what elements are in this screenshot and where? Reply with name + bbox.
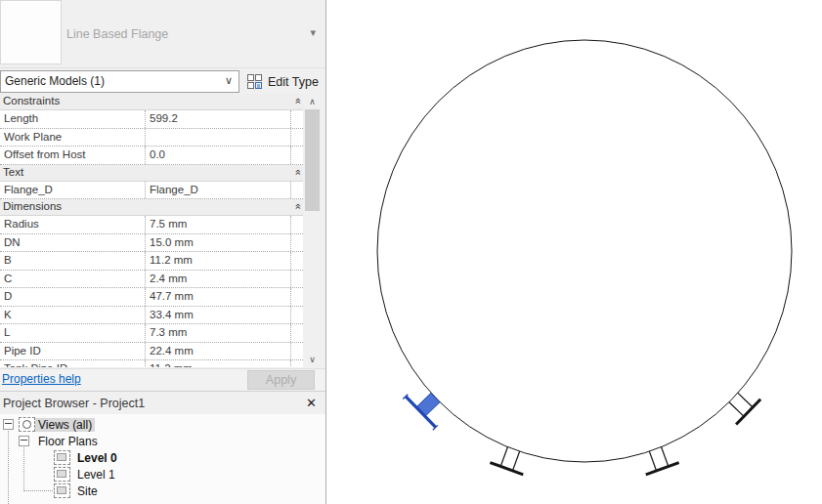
associate-param-cell bbox=[290, 324, 303, 342]
property-value[interactable]: 15.0 mm bbox=[145, 234, 290, 252]
flange-neck-line[interactable] bbox=[500, 447, 507, 467]
edit-type-icon bbox=[246, 73, 263, 90]
flange-plate-line[interactable] bbox=[490, 463, 523, 475]
tree-item-floor-plan[interactable]: Level 0 bbox=[54, 449, 120, 466]
property-row: K33.4 mm bbox=[0, 307, 303, 325]
property-label: Work Plane bbox=[0, 129, 145, 147]
close-icon[interactable]: ✕ bbox=[306, 396, 317, 410]
flange-plate-line[interactable] bbox=[646, 463, 679, 475]
property-label: D bbox=[0, 288, 145, 306]
tree-item-floor-plan[interactable]: Site bbox=[54, 483, 101, 499]
property-value[interactable]: 0.0 bbox=[145, 147, 290, 164]
tree-item-label[interactable]: Floor Plans bbox=[35, 435, 101, 448]
scrollbar-thumb[interactable] bbox=[305, 109, 320, 211]
collapse-expander-icon[interactable] bbox=[3, 419, 14, 430]
property-row: L7.3 mm bbox=[0, 324, 303, 343]
property-row: C2.4 mm bbox=[0, 271, 303, 289]
property-grid: Constraints»Length599.2Work PlaneOffset … bbox=[0, 94, 303, 367]
tree-item-label[interactable]: Level 0 bbox=[74, 451, 120, 465]
tree-item-label[interactable]: Level 1 bbox=[74, 468, 118, 482]
project-browser-header: Project Browser - Project1 ✕ bbox=[0, 393, 325, 413]
scroll-down-icon[interactable]: ∨ bbox=[304, 352, 321, 367]
property-row: Radius7.5 mm bbox=[0, 216, 303, 234]
tree-item-label[interactable]: Views (all) bbox=[35, 418, 95, 432]
category-filter-combobox[interactable]: Generic Models (1) ∨ bbox=[0, 70, 239, 93]
property-value[interactable]: 11.2 mm bbox=[145, 252, 290, 270]
property-value[interactable]: 7.3 mm bbox=[145, 324, 290, 342]
associate-param-cell bbox=[290, 129, 303, 147]
property-label: Radius bbox=[0, 216, 145, 233]
flange-neck-line[interactable] bbox=[729, 402, 744, 417]
collapse-section-icon[interactable]: » bbox=[291, 98, 302, 104]
collapse-section-icon[interactable]: » bbox=[291, 169, 302, 175]
property-row: D47.7 mm bbox=[0, 288, 303, 307]
apply-button[interactable]: Apply bbox=[247, 370, 315, 390]
property-value[interactable]: 2.4 mm bbox=[145, 271, 290, 288]
section-header[interactable]: Text» bbox=[0, 165, 303, 182]
flange-neck-line[interactable] bbox=[649, 451, 656, 471]
tank-outline-circle[interactable] bbox=[377, 40, 792, 462]
associate-param-cell bbox=[290, 343, 303, 360]
associate-param-cell bbox=[290, 360, 303, 367]
project-browser-title: Project Browser - Project1 bbox=[3, 397, 145, 410]
tree-item-views-all[interactable]: Views (all) bbox=[3, 416, 95, 433]
property-value[interactable]: 22.4 mm bbox=[145, 343, 290, 360]
associate-param-cell bbox=[290, 288, 303, 306]
edit-type-label: Edit Type bbox=[268, 75, 319, 89]
section-header[interactable]: Constraints» bbox=[0, 94, 303, 110]
property-row: Work Plane bbox=[0, 129, 303, 147]
properties-footer: Properties help Apply bbox=[0, 368, 325, 391]
property-label: Length bbox=[0, 110, 145, 128]
property-value[interactable]: 47.7 mm bbox=[145, 288, 290, 306]
associate-param-cell bbox=[290, 307, 303, 324]
section-title: Constraints bbox=[3, 95, 60, 106]
flange-symbol-selected[interactable] bbox=[403, 393, 440, 430]
edit-type-button[interactable]: Edit Type bbox=[246, 70, 319, 93]
tree-connector bbox=[23, 490, 53, 491]
property-label: B bbox=[0, 252, 145, 270]
property-row: Pipe ID22.4 mm bbox=[0, 343, 303, 361]
collapse-expander-icon[interactable] bbox=[19, 436, 29, 446]
property-value[interactable]: 7.5 mm bbox=[145, 216, 290, 233]
property-row: Offset from Host0.0 bbox=[0, 147, 303, 165]
properties-palette: Line Based Flange ▾ Generic Models (1) ∨… bbox=[0, 0, 326, 504]
drawing-canvas-svg[interactable] bbox=[326, 0, 822, 504]
tree-connector bbox=[8, 428, 9, 504]
property-row: DN15.0 mm bbox=[0, 234, 303, 253]
property-label: Offset from Host bbox=[0, 147, 145, 164]
section-header[interactable]: Dimensions» bbox=[0, 199, 303, 216]
property-value[interactable]: 33.4 mm bbox=[145, 307, 290, 324]
associate-param-cell bbox=[290, 252, 303, 270]
property-row: B11.2 mm bbox=[0, 252, 303, 271]
panel-divider bbox=[0, 391, 325, 392]
associate-param-cell bbox=[290, 271, 303, 288]
property-label: DN bbox=[0, 234, 145, 252]
type-selector-dropdown-icon[interactable]: ▾ bbox=[310, 26, 316, 39]
category-filter-value: Generic Models (1) bbox=[5, 74, 105, 88]
properties-scrollbar[interactable]: ∧ ∨ bbox=[304, 94, 321, 367]
tree-item-label[interactable]: Site bbox=[74, 484, 101, 498]
scroll-up-icon[interactable]: ∧ bbox=[304, 94, 321, 109]
properties-help-link[interactable]: Properties help bbox=[2, 372, 81, 386]
property-label: Tank Pipe ID bbox=[0, 360, 145, 367]
tree-item-floor-plan[interactable]: Level 1 bbox=[54, 466, 118, 483]
flange-neck-line[interactable] bbox=[512, 451, 519, 471]
property-row: Length599.2 bbox=[0, 110, 303, 129]
floor-plan-icon bbox=[54, 467, 70, 482]
property-row: Tank Pipe ID11.2 mm bbox=[0, 360, 303, 367]
type-selector[interactable]: Line Based Flange ▾ bbox=[0, 0, 325, 68]
chevron-down-icon[interactable]: ∨ bbox=[225, 74, 233, 87]
property-label: Pipe ID bbox=[0, 343, 145, 360]
property-label: L bbox=[0, 324, 145, 342]
property-value[interactable]: 11.2 mm bbox=[145, 360, 290, 367]
property-value[interactable] bbox=[145, 129, 290, 147]
flange-neck-line[interactable] bbox=[662, 447, 669, 467]
property-value[interactable]: Flange_D bbox=[145, 182, 290, 199]
collapse-section-icon[interactable]: » bbox=[291, 203, 302, 209]
tree-item-floor-plans[interactable]: Floor Plans bbox=[19, 433, 101, 449]
flange-neck-line[interactable] bbox=[738, 393, 753, 407]
property-value[interactable]: 599.2 bbox=[145, 110, 290, 128]
tree-connector bbox=[23, 444, 24, 491]
floor-plan-icon bbox=[54, 483, 70, 498]
section-title: Text bbox=[3, 166, 23, 178]
